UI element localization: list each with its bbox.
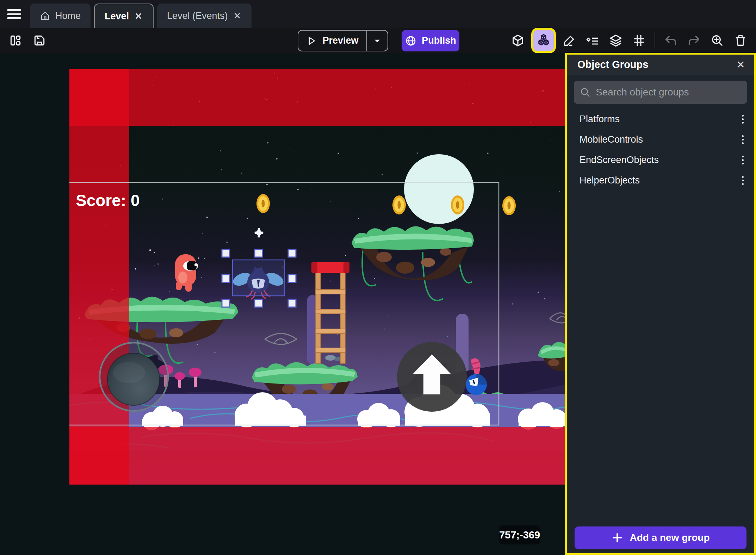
selection-rectangle[interactable] xyxy=(233,260,284,296)
tab-level[interactable]: Level ✕ xyxy=(94,4,154,28)
add-new-group-button[interactable]: Add a new group xyxy=(575,526,746,549)
close-icon[interactable]: ✕ xyxy=(736,60,745,70)
selection-handle[interactable] xyxy=(255,299,262,307)
close-icon[interactable]: ✕ xyxy=(233,11,242,21)
coin[interactable] xyxy=(451,195,464,214)
scene-render[interactable]: Score: 0 xyxy=(69,69,565,485)
publish-label: Publish xyxy=(422,35,456,46)
close-icon[interactable]: ✕ xyxy=(134,11,143,22)
tab-label: Level (Events) xyxy=(167,11,228,21)
object-groups-icon[interactable] xyxy=(533,30,554,51)
group-list: Platforms MobileControls EndScreenObject… xyxy=(567,109,754,191)
preview-options-button[interactable] xyxy=(366,31,388,51)
search-icon xyxy=(580,87,591,98)
coin[interactable] xyxy=(392,195,406,214)
objects-icon[interactable] xyxy=(510,33,526,48)
group-row-endscreenobjects[interactable]: EndScreenObjects xyxy=(567,150,754,170)
tab-label: Home xyxy=(55,11,81,21)
search-box[interactable] xyxy=(574,81,747,104)
publish-button[interactable]: Publish xyxy=(402,30,459,51)
hamburger-icon xyxy=(7,9,21,11)
save-icon[interactable] xyxy=(32,33,47,48)
coin[interactable] xyxy=(502,196,516,215)
main-menu-button[interactable] xyxy=(6,8,22,20)
selection-handle[interactable] xyxy=(288,249,296,257)
moon[interactable] xyxy=(404,154,474,224)
score-hud-text[interactable]: Score: 0 xyxy=(76,191,140,210)
home-icon xyxy=(40,11,50,21)
gdevelop-editor-window: Home Level ✕ Level (Events) ✕ xyxy=(0,0,756,555)
tab-label: Level xyxy=(105,11,129,22)
cursor-coordinates-badge: 757;-369 xyxy=(499,525,540,544)
toolbar-separator xyxy=(655,32,655,49)
grid-icon[interactable] xyxy=(631,33,647,48)
chevron-down-icon xyxy=(373,36,382,45)
selection-handle[interactable] xyxy=(288,275,296,282)
preview-label: Preview xyxy=(322,35,358,46)
group-row-mobilecontrols[interactable]: MobileControls xyxy=(567,129,754,150)
selection-handle[interactable] xyxy=(288,299,296,307)
more-options-icon[interactable] xyxy=(738,154,747,167)
more-options-icon[interactable] xyxy=(738,113,747,126)
zoom-in-icon[interactable] xyxy=(709,33,725,48)
group-row-platforms[interactable]: Platforms xyxy=(567,109,754,129)
selection-handle[interactable] xyxy=(222,275,230,282)
instances-list-icon[interactable] xyxy=(585,33,600,48)
danger-zone-top[interactable] xyxy=(69,69,565,126)
more-options-icon[interactable] xyxy=(738,133,747,146)
play-icon xyxy=(306,36,317,46)
panel-title: Object Groups xyxy=(577,59,648,70)
preview-button[interactable]: Preview xyxy=(298,30,388,51)
danger-zone-bottom[interactable] xyxy=(69,427,565,485)
trash-icon[interactable] xyxy=(733,33,748,48)
search-input[interactable] xyxy=(596,87,742,98)
selection-handle[interactable] xyxy=(255,249,262,257)
edit-scene-icon[interactable] xyxy=(562,33,577,48)
project-manager-icon[interactable] xyxy=(8,33,23,48)
coin[interactable] xyxy=(256,194,270,213)
more-options-icon[interactable] xyxy=(738,174,747,187)
redo-icon[interactable] xyxy=(686,33,702,48)
undo-icon[interactable] xyxy=(663,33,678,48)
layers-icon[interactable] xyxy=(608,33,624,48)
tab-bar: Home Level ✕ Level (Events) ✕ xyxy=(0,0,756,28)
toolbar: Preview Publish xyxy=(0,28,756,53)
danger-zone-left[interactable] xyxy=(69,69,129,485)
selection-handle[interactable] xyxy=(222,249,230,257)
virtual-joystick[interactable] xyxy=(100,343,168,411)
globe-icon xyxy=(405,35,417,47)
tab-level-events[interactable]: Level (Events) ✕ xyxy=(157,4,252,28)
tab-home[interactable]: Home xyxy=(30,4,91,28)
scene-editor-canvas[interactable]: Score: 0 757;-369 xyxy=(0,53,565,555)
tool-icon-strip xyxy=(510,28,756,53)
selection-handle[interactable] xyxy=(222,299,230,307)
panel-header: Object Groups ✕ xyxy=(567,55,754,75)
tab-strip: Home Level ✕ Level (Events) ✕ xyxy=(30,4,252,28)
plus-icon xyxy=(611,532,623,544)
jump-button[interactable] xyxy=(397,342,467,412)
object-groups-panel: Object Groups ✕ Platforms MobileControls… xyxy=(565,53,756,555)
group-row-helperobjects[interactable]: HelperObjects xyxy=(567,170,754,191)
